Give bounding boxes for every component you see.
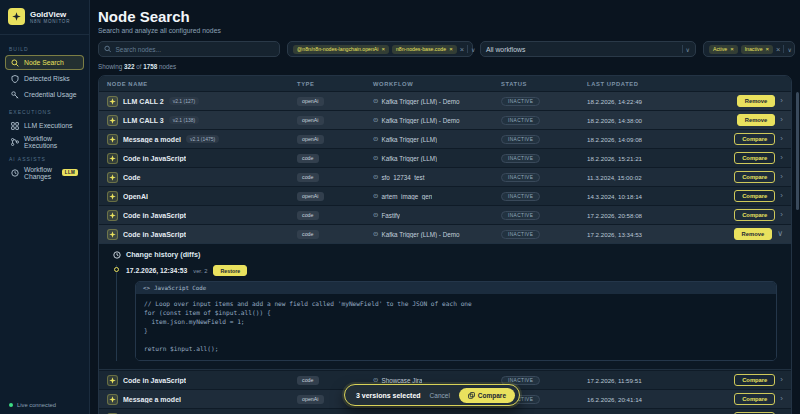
node-name: Code in JavaScript (123, 377, 186, 384)
search-icon (11, 59, 19, 67)
table-row-expanded[interactable]: Code in JavaScript code ⊙Kafka Trigger (… (99, 224, 791, 243)
chip-label: Active (713, 46, 727, 52)
chevron-right-icon[interactable]: › (780, 192, 783, 200)
workflow-icon: ⊙ (373, 135, 378, 143)
filter-bar: @n8n/n8n-nodes-langchain.openAi × n8n-no… (98, 41, 795, 57)
live-status: Live connected (9, 402, 56, 408)
compare-button[interactable]: Compare (734, 190, 775, 202)
section-label-ai-assists: AI ASSISTS (9, 156, 80, 162)
last-updated: 16.2.2026, 20:41:14 (587, 396, 733, 403)
node-name: OpenAI (123, 193, 148, 200)
chip-close-icon[interactable]: × (730, 47, 734, 52)
chevron-right-icon[interactable]: › (780, 135, 783, 143)
chevron-right-icon[interactable]: › (780, 173, 783, 181)
table-row[interactable]: OpenAI openAi ⊙artem_image_gen Inactive … (99, 186, 791, 205)
search-input[interactable] (115, 46, 274, 53)
chevron-down-icon[interactable]: ∨ (777, 230, 783, 238)
node-icon (107, 96, 118, 107)
sidebar-item-node-search[interactable]: Node Search (5, 55, 84, 70)
status-badge: Inactive (501, 230, 540, 239)
table-row[interactable]: Code code ⊙sfo_12734_test Inactive 11.3.… (99, 167, 791, 186)
workflow-icon: ⊙ (373, 97, 378, 105)
compare-button[interactable]: Compare (734, 393, 775, 405)
last-updated: 18.2.2026, 14:38:00 (587, 117, 733, 124)
status-multiselect[interactable]: Active × Inactive × × ∨ (703, 41, 795, 57)
workflow-name: Kafka Trigger (LLM) - Demo (381, 117, 459, 124)
code-diff-card: <> JavaScript Code // Loop over input it… (135, 281, 777, 361)
chevron-right-icon[interactable]: › (780, 211, 783, 219)
change-history-title: Change history (diffs) (126, 250, 200, 259)
workflow-icon: ⊙ (373, 116, 378, 124)
node-name: LLM CALL 3 (123, 117, 164, 124)
workflow-select[interactable]: All workflows ∨ (480, 41, 696, 57)
compare-button[interactable]: Compare (734, 171, 775, 183)
sidebar-item-credential-usage[interactable]: Credential Usage (5, 87, 84, 102)
table-row[interactable]: SortAttributesByArtId code ⊙Hornbach Eti… (99, 408, 791, 414)
filter-chip-inactive[interactable]: Inactive × (741, 45, 773, 54)
column-type: TYPE (297, 81, 373, 87)
cancel-button[interactable]: Cancel (430, 392, 450, 399)
chevron-down-icon[interactable]: ∨ (787, 46, 791, 53)
sidebar-item-detected-risks[interactable]: Detected Risks (5, 71, 84, 86)
live-status-label: Live connected (17, 402, 56, 408)
compare-button[interactable]: Compare (734, 209, 775, 221)
code-content: // Loop over input items and add a new f… (144, 299, 768, 353)
node-name: Code in JavaScript (123, 212, 186, 219)
table-row[interactable]: Message a modelv2.1 (1475) openAi ⊙Kafka… (99, 129, 791, 148)
compare-button[interactable]: Compare (734, 374, 775, 386)
workflow-name: Fastify (381, 212, 400, 219)
chevron-right-icon[interactable]: › (780, 376, 783, 384)
chevron-down-icon[interactable]: ∨ (471, 46, 475, 53)
remove-button[interactable]: Remove (734, 228, 773, 240)
search-icon (104, 45, 111, 53)
chevron-down-icon[interactable]: ∨ (686, 46, 690, 53)
table-row[interactable]: LLM CALL 2v2.1 (127) openAi ⊙Kafka Trigg… (99, 91, 791, 110)
chevron-right-icon[interactable]: › (780, 116, 783, 124)
table-row[interactable]: Code in JavaScript code ⊙Fastify Inactiv… (99, 205, 791, 224)
node-icon (107, 191, 118, 202)
status-badge: Inactive (501, 211, 540, 220)
workflow-icon: ⊙ (373, 230, 378, 238)
sidebar-item-label: Workflow Executions (24, 135, 78, 149)
chip-label: n8n-nodes-base.code (396, 46, 446, 52)
filter-chip-code[interactable]: n8n-nodes-base.code × (392, 45, 457, 54)
last-updated: 17.2.2026, 20:58:08 (587, 212, 733, 219)
chevron-right-icon[interactable]: › (780, 97, 783, 105)
node-type-multiselect[interactable]: @n8n/n8n-nodes-langchain.openAi × n8n-no… (287, 41, 473, 57)
node-icon (107, 134, 118, 145)
restore-button[interactable]: Restore (213, 265, 247, 276)
compare-label: Compare (478, 392, 506, 399)
last-updated: 18.2.2026, 14:09:08 (587, 136, 733, 143)
sidebar-item-label: LLM Executions (24, 122, 72, 129)
search-box[interactable] (98, 41, 280, 57)
remove-button[interactable]: Remove (737, 114, 776, 126)
chip-close-icon[interactable]: × (381, 47, 385, 52)
code-block[interactable]: // Loop over input items and add a new f… (136, 294, 776, 360)
node-name: Message a model (123, 136, 181, 143)
chip-close-icon[interactable]: × (766, 47, 770, 52)
clear-filter-icon[interactable]: × (460, 45, 464, 54)
status-badge: Inactive (501, 135, 540, 144)
version-badge: v2.1 (1475) (186, 135, 219, 143)
table-row[interactable]: Code in JavaScript code ⊙Kafka Trigger (… (99, 148, 791, 167)
table-row[interactable]: LLM CALL 3v2.1 (138) openAi ⊙Kafka Trigg… (99, 110, 791, 129)
version-label: ver. 2 (193, 268, 207, 274)
chevron-right-icon[interactable]: › (780, 395, 783, 403)
node-icon (107, 153, 118, 164)
remove-button[interactable]: Remove (737, 95, 776, 107)
clear-filter-icon[interactable]: × (776, 45, 780, 54)
section-label-build: BUILD (9, 46, 80, 52)
compare-selected-button[interactable]: Compare (459, 388, 515, 403)
chip-label: Inactive (745, 46, 763, 52)
sidebar-item-workflow-changes[interactable]: Workflow Changes LLM (5, 165, 84, 180)
workflow-icon: ⊙ (373, 211, 378, 219)
chevron-right-icon[interactable]: › (780, 154, 783, 162)
sidebar-item-workflow-executions[interactable]: Workflow Executions (5, 134, 84, 149)
filter-chip-openai[interactable]: @n8n/n8n-nodes-langchain.openAi × (293, 45, 389, 54)
scrollbar[interactable] (796, 92, 799, 210)
chip-close-icon[interactable]: × (449, 47, 453, 52)
sidebar-item-llm-executions[interactable]: LLM Executions (5, 118, 84, 133)
compare-button[interactable]: Compare (734, 133, 775, 145)
filter-chip-active[interactable]: Active × (709, 45, 738, 54)
compare-button[interactable]: Compare (734, 152, 775, 164)
